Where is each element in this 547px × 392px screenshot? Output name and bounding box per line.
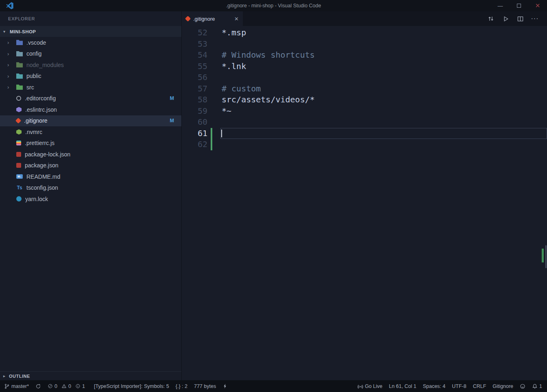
tab-gitignore[interactable]: .gitignore ✕: [182, 11, 243, 26]
code-line[interactable]: 56: [182, 72, 547, 83]
tree-item-label: .eslintrc.json: [25, 106, 57, 113]
eol-status[interactable]: CRLF: [473, 383, 486, 389]
chevron-right-icon: ›: [7, 84, 14, 90]
code-line[interactable]: 55 *.lnk: [182, 61, 547, 72]
encoding-status[interactable]: UTF-8: [452, 383, 466, 389]
ts-importer-status[interactable]: [TypeScript Importer]: Symbols: 5: [94, 383, 169, 389]
line-number[interactable]: 58: [182, 94, 207, 106]
project-name: MINI-SHOP: [10, 29, 36, 34]
project-section-header[interactable]: ▾ MINI-SHOP: [0, 26, 181, 37]
feedback-smiley-icon[interactable]: [520, 383, 525, 389]
git-gutter-bar: [211, 139, 212, 150]
line-number[interactable]: 53: [182, 39, 207, 50]
code-line[interactable]: 52 *.msp: [182, 27, 547, 39]
tree-item-label: node_modules: [26, 62, 64, 68]
bracket-status[interactable]: {.} : 2: [176, 383, 187, 389]
git-gutter-bar: [211, 106, 212, 117]
markdown-icon: [16, 174, 23, 179]
folder-public-icon: [16, 74, 23, 79]
code-lines: 52 *.msp 53 54 # Windows shortcuts 55 *.…: [182, 27, 547, 150]
tab-label: .gitignore: [193, 16, 215, 22]
vscode-window: .gitignore - mini-shop - Visual Studio C…: [0, 0, 547, 392]
line-number[interactable]: 62: [182, 139, 207, 150]
run-file-icon[interactable]: [498, 11, 513, 26]
git-file-icon: [185, 16, 191, 22]
code-line[interactable]: 61: [182, 128, 547, 139]
lightning-icon[interactable]: [222, 383, 228, 389]
tree-item-yarn-lock[interactable]: › yarn.lock: [0, 193, 181, 205]
git-gutter-bar: [211, 83, 212, 95]
typescript-icon: [16, 185, 23, 191]
code-line[interactable]: 54 # Windows shortcuts: [182, 50, 547, 61]
tree-item-label: .prettierrc.js: [25, 140, 54, 146]
code-line[interactable]: 59 *~: [182, 106, 547, 117]
line-number[interactable]: 59: [182, 106, 207, 117]
go-live-button[interactable]: Go Live: [357, 383, 382, 389]
git-gutter-bar: [211, 39, 212, 50]
language-mode[interactable]: Gitignore: [493, 383, 513, 389]
tree-item-config[interactable]: › config: [0, 48, 181, 60]
git-gutter-bar: [211, 27, 212, 39]
line-number[interactable]: 61: [182, 128, 207, 139]
tree-item--eslintrc-json[interactable]: › .eslintrc.json: [0, 104, 181, 115]
git-icon: [15, 118, 21, 123]
folder-vscode-icon: [16, 40, 23, 45]
tree-item-public[interactable]: › public: [0, 71, 181, 82]
tab-bar: .gitignore ✕ ···: [182, 11, 547, 26]
close-button[interactable]: ✕: [528, 0, 547, 11]
tree-item-label: README.md: [26, 173, 60, 180]
tree-item-src[interactable]: › src: [0, 82, 181, 93]
split-editor-icon[interactable]: [513, 11, 527, 26]
code-text: # custom: [222, 83, 261, 95]
tree-item-readme-md[interactable]: › README.md: [0, 171, 181, 182]
sync-icon[interactable]: [35, 383, 41, 389]
tree-item-package-lock-json[interactable]: › package-lock.json: [0, 149, 181, 160]
tree-item-label: .gitignore: [24, 117, 48, 124]
code-text: # Windows shortcuts: [222, 50, 315, 61]
current-line-highlight: [220, 128, 547, 139]
tab-close-icon[interactable]: ✕: [234, 16, 239, 22]
code-line[interactable]: 57 # custom: [182, 83, 547, 95]
line-number[interactable]: 60: [182, 117, 207, 128]
code-line[interactable]: 62: [182, 139, 547, 150]
notifications-bell[interactable]: 1: [532, 383, 542, 389]
outline-label: OUTLINE: [9, 374, 30, 379]
open-changes-icon[interactable]: [484, 11, 498, 26]
outline-section-header[interactable]: ▸ OUTLINE: [0, 371, 181, 380]
npm-icon: [16, 152, 21, 157]
maximize-button[interactable]: [510, 0, 528, 11]
line-number[interactable]: 56: [182, 72, 207, 83]
tree-item-package-json[interactable]: › package.json: [0, 160, 181, 171]
tree-item-tsconfig-json[interactable]: › tsconfig.json: [0, 182, 181, 194]
editor-scrollbar[interactable]: [545, 245, 547, 268]
minimize-button[interactable]: —: [491, 0, 510, 11]
tree-item-node-modules[interactable]: › node_modules: [0, 59, 181, 71]
line-number[interactable]: 54: [182, 50, 207, 61]
editorconfig-icon: [16, 96, 21, 101]
code-line[interactable]: 60: [182, 117, 547, 128]
node-icon: [16, 129, 22, 134]
line-number[interactable]: 57: [182, 83, 207, 95]
window-title: .gitignore - mini-shop - Visual Studio C…: [0, 3, 547, 9]
tree-item--gitignore[interactable]: › .gitignore M: [0, 115, 181, 127]
cursor-position[interactable]: Ln 61, Col 1: [389, 383, 416, 389]
tree-item-label: .vscode: [26, 39, 46, 46]
more-actions-icon[interactable]: ···: [527, 11, 542, 26]
code-line[interactable]: 53: [182, 39, 547, 50]
tree-item--nvmrc[interactable]: › .nvmrc: [0, 126, 181, 138]
code-line[interactable]: 58 src/assets/videos/*: [182, 94, 547, 106]
file-size-status[interactable]: 777 bytes: [194, 383, 216, 389]
outline-collapsed-icon: ▸: [3, 374, 9, 378]
problems-indicator[interactable]: 0 0 1: [48, 383, 87, 389]
code-editor[interactable]: 52 *.msp 53 54 # Windows shortcuts 55 *.…: [182, 26, 547, 380]
git-gutter-bar: [211, 117, 212, 128]
code-text: *.msp: [222, 27, 246, 39]
tree-item--editorconfig[interactable]: › .editorconfig M: [0, 93, 181, 104]
tree-item--vscode[interactable]: › .vscode: [0, 37, 181, 48]
tree-item--prettierrc-js[interactable]: › .prettierrc.js: [0, 138, 181, 149]
indentation-status[interactable]: Spaces: 4: [423, 383, 446, 389]
line-number[interactable]: 55: [182, 61, 207, 72]
git-gutter-bar: [211, 61, 212, 72]
git-branch-indicator[interactable]: master*: [4, 383, 29, 389]
line-number[interactable]: 52: [182, 27, 207, 39]
